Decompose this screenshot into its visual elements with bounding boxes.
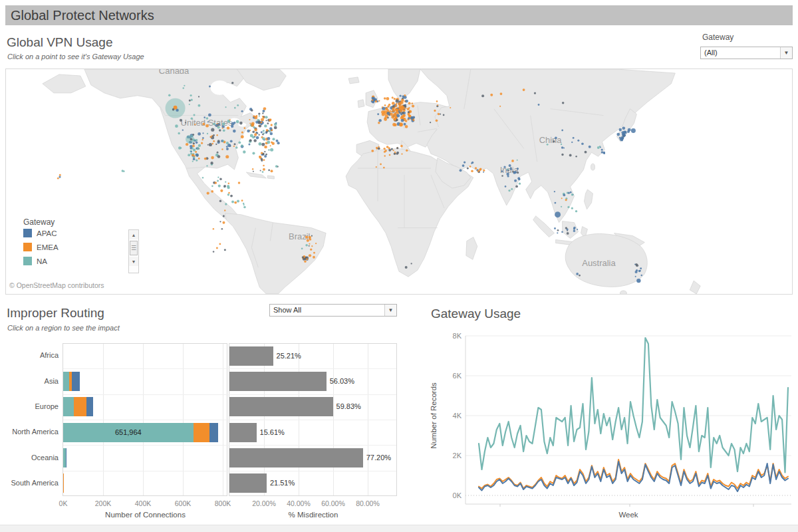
- map-data-point[interactable]: [217, 140, 220, 142]
- region-label-north-america[interactable]: North America: [3, 428, 59, 436]
- map-data-point[interactable]: [269, 127, 272, 130]
- map-data-point[interactable]: [226, 146, 228, 148]
- map-data-point[interactable]: [571, 207, 573, 209]
- map-data-point[interactable]: [396, 99, 399, 102]
- bar-segment-apac[interactable]: [86, 397, 93, 416]
- map-data-point[interactable]: [311, 235, 313, 237]
- map-data-point[interactable]: [219, 243, 221, 245]
- map-data-point[interactable]: [514, 171, 517, 174]
- map-data-point[interactable]: [251, 109, 253, 112]
- map-data-point[interactable]: [192, 144, 195, 147]
- map-data-point[interactable]: [376, 166, 377, 168]
- map-data-point[interactable]: [503, 166, 505, 168]
- map-data-point[interactable]: [271, 124, 273, 126]
- map-data-point[interactable]: [309, 236, 311, 239]
- map-data-point[interactable]: [511, 160, 514, 162]
- map-data-point[interactable]: [241, 110, 243, 112]
- map-data-point[interactable]: [194, 140, 196, 142]
- map-data-point[interactable]: [263, 116, 265, 118]
- map-data-point[interactable]: [231, 125, 233, 128]
- map-data-point[interactable]: [258, 134, 259, 136]
- map-data-point[interactable]: [515, 185, 518, 188]
- map-data-point[interactable]: [222, 122, 225, 125]
- map-data-point[interactable]: [211, 128, 214, 132]
- map-data-point[interactable]: [400, 110, 402, 112]
- map-data-point[interactable]: [190, 145, 192, 148]
- map-data-point[interactable]: [217, 152, 219, 154]
- map-data-point[interactable]: [384, 97, 386, 100]
- map-data-point[interactable]: [575, 210, 577, 212]
- map-data-point[interactable]: [274, 126, 277, 130]
- map-data-point[interactable]: [191, 151, 192, 152]
- map-data-point[interactable]: [383, 111, 385, 113]
- map-data-point[interactable]: [219, 178, 222, 181]
- bar-segment-emea[interactable]: [63, 473, 64, 493]
- region-label-south-america[interactable]: South America: [3, 479, 59, 487]
- map-data-point[interactable]: [219, 129, 221, 132]
- map-data-point[interactable]: [236, 120, 239, 124]
- map-data-point[interactable]: [188, 154, 190, 156]
- map-data-point[interactable]: [301, 247, 303, 249]
- map-data-point[interactable]: [261, 131, 263, 133]
- map-data-point[interactable]: [175, 124, 178, 128]
- map-data-point[interactable]: [241, 144, 243, 147]
- map-data-point[interactable]: [225, 203, 227, 205]
- map-data-point[interactable]: [247, 130, 250, 133]
- map-data-point[interactable]: [577, 229, 578, 230]
- map-data-point[interactable]: [394, 114, 396, 116]
- map-data-point[interactable]: [217, 177, 219, 178]
- map-data-point[interactable]: [405, 104, 406, 105]
- map-data-point[interactable]: [203, 116, 205, 118]
- map-data-point[interactable]: [391, 110, 393, 112]
- map-data-point[interactable]: [230, 195, 233, 198]
- map-data-point[interactable]: [405, 100, 408, 103]
- map-data-point[interactable]: [412, 119, 414, 121]
- map-data-point[interactable]: [390, 113, 393, 116]
- map-data-point[interactable]: [266, 120, 267, 121]
- map-data-point[interactable]: [565, 227, 567, 229]
- map-data-point[interactable]: [261, 158, 263, 160]
- map-data-point[interactable]: [220, 190, 223, 192]
- map-data-point[interactable]: [180, 119, 182, 122]
- map-data-point[interactable]: [384, 155, 386, 156]
- map-data-point[interactable]: [204, 158, 207, 160]
- map-data-point[interactable]: [218, 184, 221, 187]
- map-data-point[interactable]: [386, 108, 388, 110]
- map-data-point[interactable]: [194, 114, 196, 116]
- map-data-point[interactable]: [635, 276, 636, 277]
- map-data-point[interactable]: [396, 112, 399, 114]
- map-data-point[interactable]: [198, 96, 200, 97]
- map-data-point[interactable]: [193, 158, 196, 160]
- map-data-point[interactable]: [573, 230, 575, 232]
- map-data-point[interactable]: [59, 176, 61, 178]
- bar-segment-na[interactable]: [63, 372, 69, 391]
- map-data-point[interactable]: [253, 139, 257, 142]
- misdirection-bar[interactable]: [229, 372, 327, 391]
- chevron-down-icon[interactable]: ▼: [780, 47, 792, 59]
- map-data-point[interactable]: [554, 227, 556, 229]
- map-data-point[interactable]: [402, 95, 404, 98]
- map-data-point[interactable]: [554, 202, 556, 204]
- map-data-point[interactable]: [202, 137, 204, 139]
- map-data-point[interactable]: [263, 159, 265, 161]
- misdirection-bar[interactable]: [229, 397, 333, 416]
- map-data-point[interactable]: [479, 168, 481, 170]
- map-data-point[interactable]: [194, 155, 195, 156]
- map-data-point[interactable]: [401, 100, 403, 102]
- map-data-point[interactable]: [403, 110, 406, 112]
- chevron-down-icon[interactable]: ▼: [384, 305, 396, 316]
- map-data-point[interactable]: [262, 112, 263, 114]
- world-map-panel[interactable]: CanadaUnited StatesChinaIndiaBrazilAustr…: [5, 68, 793, 295]
- map-data-point[interactable]: [168, 94, 171, 96]
- bar-segment-apac[interactable]: [72, 372, 79, 391]
- misdirection-bar[interactable]: [229, 473, 267, 493]
- map-data-point[interactable]: [206, 117, 209, 120]
- map-data-point[interactable]: [538, 104, 540, 106]
- map-data-point[interactable]: [410, 116, 413, 119]
- map-data-point[interactable]: [227, 194, 229, 196]
- map-data-point[interactable]: [198, 144, 201, 147]
- map-data-point[interactable]: [554, 191, 555, 192]
- map-data-point[interactable]: [243, 203, 245, 205]
- map-data-point[interactable]: [383, 167, 385, 169]
- map-data-point[interactable]: [462, 164, 465, 167]
